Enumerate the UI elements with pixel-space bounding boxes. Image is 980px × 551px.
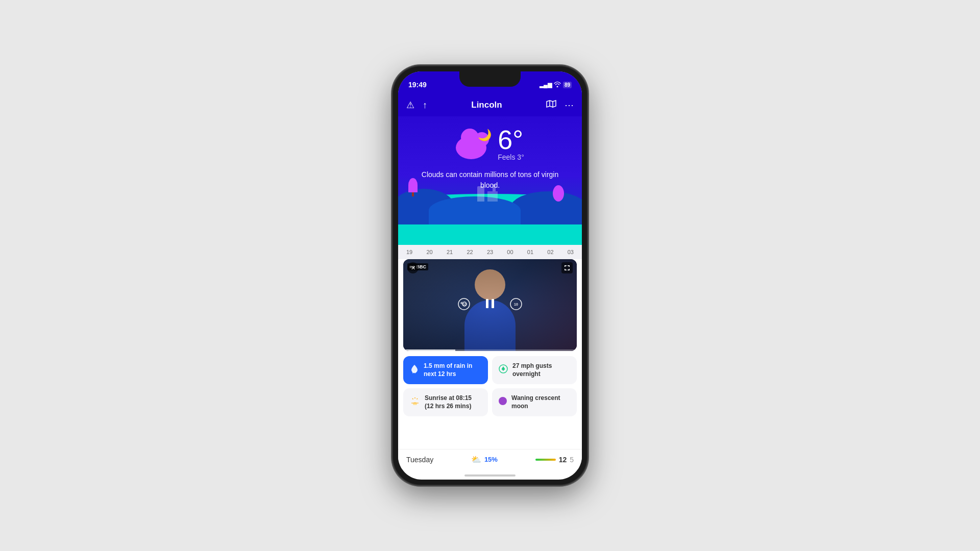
map-icon[interactable]	[546, 100, 556, 111]
temperature-display: 6° Feels 3°	[498, 127, 524, 161]
temp-bar	[535, 459, 556, 461]
svg-rect-5	[492, 299, 494, 308]
temp-high: 12	[559, 456, 567, 464]
phone-frame: 19:49 ▂▄▆ 89 ⚠ ↑	[393, 66, 587, 485]
video-controls: 10 10	[457, 296, 523, 314]
svg-text:10: 10	[514, 303, 518, 306]
weather-icon-container: 🌙	[456, 129, 492, 159]
city-title: Lincoln	[471, 100, 502, 110]
svg-text:10: 10	[462, 303, 467, 306]
hour-23: 23	[487, 249, 493, 255]
share-icon[interactable]: ↑	[423, 100, 427, 111]
svg-point-15	[499, 397, 507, 405]
home-indicator[interactable]	[464, 474, 516, 477]
moon-card-text: Waning crescent moon	[511, 394, 571, 410]
video-expand-button[interactable]	[561, 262, 573, 273]
daily-section: Tuesday ⛅ 15% 12 5	[398, 449, 582, 469]
hour-22: 22	[467, 249, 473, 255]
weather-content: 🌙 6° Feels 3° Clouds can contain million…	[398, 116, 582, 196]
tree1	[408, 178, 418, 196]
battery-icon: 89	[563, 82, 572, 88]
svg-rect-4	[486, 299, 488, 308]
header-left-icons: ⚠ ↑	[406, 99, 427, 111]
more-icon[interactable]: ⋯	[565, 99, 574, 111]
wind-icon	[498, 364, 508, 377]
day-precipitation: 15%	[484, 456, 498, 463]
video-player: ■■ BBC ✕ 10	[403, 259, 577, 351]
alert-icon[interactable]: ⚠	[406, 99, 414, 111]
status-icons: ▂▄▆ 89	[540, 81, 572, 88]
rain-icon	[409, 364, 420, 377]
sunrise-card-text: Sunrise at 08:15 (12 hrs 26 mins)	[425, 394, 482, 410]
tower	[477, 186, 484, 202]
moon-card[interactable]: Waning crescent moon	[492, 388, 577, 416]
hour-02: 02	[547, 249, 553, 255]
forward-button[interactable]: 10	[509, 297, 523, 313]
tree2	[553, 185, 564, 202]
temperature-value: 6°	[498, 127, 523, 153]
hourly-section: 19 20 21 22 23 00 01 02 03	[398, 245, 582, 259]
hour-20: 20	[426, 249, 432, 255]
phone-screen: 19:49 ▂▄▆ 89 ⚠ ↑	[398, 71, 582, 480]
hour-03: 03	[568, 249, 574, 255]
rewind-button[interactable]: 10	[457, 297, 471, 313]
cityscape	[398, 204, 582, 245]
video-content: ■■ BBC ✕ 10	[403, 259, 577, 351]
weather-main: 🌙 6° Feels 3°	[456, 127, 524, 161]
rain-card-text: 1.5 mm of rain in next 12 hrs	[424, 362, 482, 378]
wind-card[interactable]: 27 mph gusts overnight	[492, 356, 577, 384]
hill2	[510, 191, 582, 224]
header-right-icons: ⋯	[546, 99, 574, 111]
sunrise-icon	[409, 396, 421, 409]
hill3	[429, 196, 521, 224]
rain-card[interactable]: 1.5 mm of rain in next 12 hrs	[403, 356, 488, 384]
day-temps: 12 5	[535, 456, 574, 464]
signal-icon: ▂▄▆	[540, 82, 552, 88]
hour-21: 21	[447, 249, 453, 255]
hour-01: 01	[527, 249, 533, 255]
svg-line-9	[415, 371, 415, 373]
hour-19: 19	[406, 249, 412, 255]
video-progress-bar[interactable]	[403, 349, 577, 351]
hills	[398, 194, 582, 224]
factory	[487, 191, 498, 202]
status-time: 19:49	[408, 81, 427, 89]
weather-section: 19:49 ▂▄▆ 89 ⚠ ↑	[398, 71, 582, 245]
svg-line-8	[413, 371, 413, 373]
feels-like: Feels 3°	[498, 153, 524, 161]
waning-moon-icon	[498, 396, 507, 408]
pause-button[interactable]	[483, 296, 497, 314]
hour-00: 00	[507, 249, 513, 255]
day-weather-icon: ⛅	[471, 455, 481, 464]
video-progress-fill	[403, 349, 455, 351]
day-weather: ⛅ 15%	[471, 455, 498, 464]
moon-crescent-icon: 🌙	[478, 129, 492, 142]
svg-line-13	[412, 398, 413, 399]
video-close-button[interactable]: ✕	[407, 262, 419, 273]
sunrise-card[interactable]: Sunrise at 08:15 (12 hrs 26 mins)	[403, 388, 488, 416]
day-label: Tuesday	[406, 456, 433, 464]
app-header: ⚠ ↑ Lincoln ⋯	[398, 94, 582, 116]
temp-low: 5	[570, 456, 574, 464]
svg-line-12	[417, 398, 418, 399]
wind-card-text: 27 mph gusts overnight	[512, 362, 571, 378]
info-cards: 1.5 mm of rain in next 12 hrs 27 mph gus…	[403, 356, 577, 416]
wifi-icon	[554, 81, 561, 88]
notch	[459, 71, 521, 87]
